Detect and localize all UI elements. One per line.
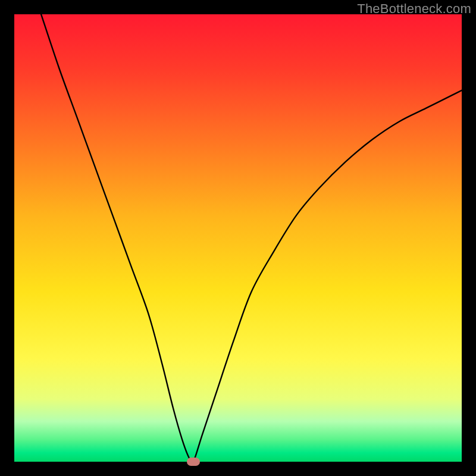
minimum-marker xyxy=(187,458,200,466)
plot-area xyxy=(14,14,462,462)
bottleneck-curve xyxy=(41,14,462,462)
curve-svg xyxy=(14,14,462,462)
chart-frame: TheBottleneck.com xyxy=(0,0,476,476)
